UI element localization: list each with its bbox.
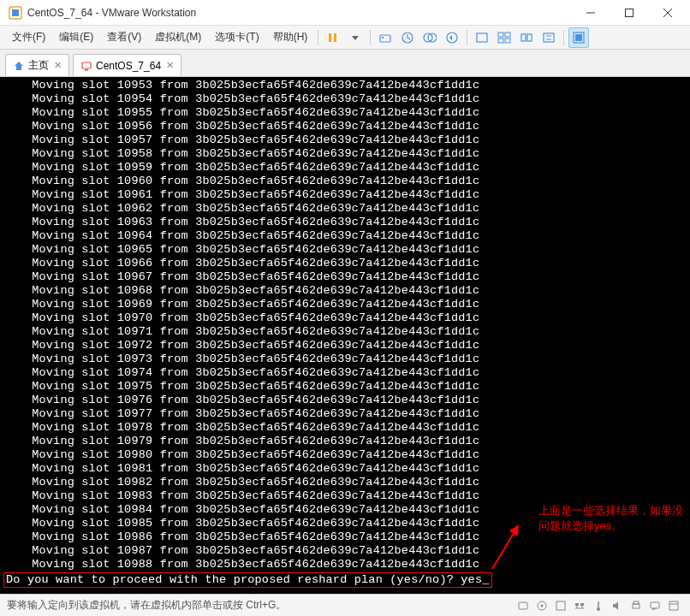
message-icon[interactable] bbox=[647, 598, 663, 613]
svg-rect-24 bbox=[82, 62, 91, 68]
statusbar: 要将输入定向到该虚拟机，请在虚拟机内部单击或按 Ctrl+G。 bbox=[0, 594, 690, 616]
svg-rect-32 bbox=[580, 603, 584, 606]
svg-rect-19 bbox=[521, 34, 526, 41]
svg-rect-17 bbox=[498, 38, 503, 43]
expand-icon[interactable] bbox=[666, 598, 681, 613]
separator bbox=[467, 30, 467, 45]
snapshot-button[interactable] bbox=[397, 27, 418, 48]
tabbar: 主页 ✕ CentOS_7_64 ✕ bbox=[0, 50, 690, 77]
svg-rect-38 bbox=[633, 604, 639, 608]
svg-rect-30 bbox=[556, 601, 565, 610]
tab-close-icon[interactable]: ✕ bbox=[54, 60, 62, 71]
usb-icon[interactable] bbox=[591, 598, 606, 613]
menu-tabs[interactable]: 选项卡(T) bbox=[208, 27, 265, 48]
play-dropdown[interactable] bbox=[345, 27, 366, 48]
menu-help[interactable]: 帮助(H) bbox=[266, 27, 315, 48]
floppy-icon[interactable] bbox=[553, 598, 568, 613]
svg-rect-18 bbox=[505, 38, 510, 43]
pause-button[interactable] bbox=[323, 27, 343, 48]
thumbnail-button[interactable] bbox=[516, 27, 537, 48]
svg-line-26 bbox=[492, 526, 518, 569]
annotation-line1: 上面是一些选择结果，如果没 bbox=[538, 503, 683, 518]
tab-close-icon[interactable]: ✕ bbox=[166, 60, 174, 71]
svg-rect-14 bbox=[477, 33, 487, 42]
separator bbox=[563, 30, 564, 45]
svg-rect-3 bbox=[625, 9, 633, 16]
svg-rect-8 bbox=[380, 35, 390, 42]
svg-rect-15 bbox=[498, 33, 503, 37]
cd-icon[interactable] bbox=[534, 598, 550, 613]
terminal-prompt: Do you want to proceed with the proposed… bbox=[3, 572, 687, 588]
svg-rect-25 bbox=[85, 69, 88, 71]
annotation-line2: 问题就选择yes, bbox=[538, 518, 683, 534]
tab-home[interactable]: 主页 ✕ bbox=[5, 54, 69, 76]
printer-icon[interactable] bbox=[628, 598, 644, 613]
close-button[interactable] bbox=[648, 0, 687, 26]
svg-rect-21 bbox=[544, 33, 554, 42]
revert-button[interactable] bbox=[442, 27, 462, 48]
console-view-button[interactable] bbox=[568, 27, 589, 48]
window-controls bbox=[571, 0, 687, 26]
svg-rect-41 bbox=[669, 601, 678, 610]
titlebar: CentOS_7_64 - VMware Workstation bbox=[0, 0, 690, 26]
annotation: 上面是一些选择结果，如果没 问题就选择yes, bbox=[538, 503, 683, 534]
disk-icon[interactable] bbox=[515, 598, 531, 613]
status-hint: 要将输入定向到该虚拟机，请在虚拟机内部单击或按 Ctrl+G。 bbox=[7, 598, 286, 613]
tab-vm[interactable]: CentOS_7_64 ✕ bbox=[73, 54, 181, 76]
separator bbox=[370, 30, 371, 45]
menu-file[interactable]: 文件(F) bbox=[5, 27, 52, 48]
window-title: CentOS_7_64 - VMware Workstation bbox=[27, 7, 571, 19]
svg-rect-23 bbox=[575, 34, 582, 41]
svg-rect-20 bbox=[527, 34, 532, 41]
svg-point-29 bbox=[541, 604, 544, 607]
stretch-button[interactable] bbox=[538, 27, 559, 48]
arrow-icon bbox=[488, 522, 522, 573]
menu-edit[interactable]: 编辑(E) bbox=[52, 27, 100, 48]
home-icon bbox=[13, 60, 25, 72]
svg-rect-39 bbox=[633, 601, 639, 604]
svg-rect-9 bbox=[382, 37, 384, 38]
svg-rect-6 bbox=[329, 33, 331, 42]
vm-icon bbox=[80, 60, 92, 72]
menu-view[interactable]: 查看(V) bbox=[100, 27, 148, 48]
network-icon[interactable] bbox=[572, 598, 587, 613]
minimize-button[interactable] bbox=[571, 0, 610, 26]
menubar: 文件(F) 编辑(E) 查看(V) 虚拟机(M) 选项卡(T) 帮助(H) bbox=[0, 26, 690, 50]
fullscreen-button[interactable] bbox=[472, 27, 492, 48]
maximize-button[interactable] bbox=[610, 0, 648, 26]
tab-vm-label: CentOS_7_64 bbox=[96, 60, 161, 72]
separator bbox=[318, 30, 318, 45]
svg-rect-16 bbox=[505, 33, 510, 37]
sound-icon[interactable] bbox=[610, 598, 625, 613]
snapshot-manager-button[interactable] bbox=[419, 27, 440, 48]
svg-rect-1 bbox=[12, 9, 19, 16]
tab-home-label: 主页 bbox=[28, 58, 49, 73]
vmware-icon bbox=[9, 6, 22, 20]
menu-vm[interactable]: 虚拟机(M) bbox=[148, 27, 208, 48]
svg-rect-31 bbox=[575, 603, 579, 606]
svg-rect-40 bbox=[651, 602, 659, 608]
unity-button[interactable] bbox=[494, 27, 515, 48]
send-ctrl-alt-del-button[interactable] bbox=[375, 27, 396, 48]
svg-rect-7 bbox=[334, 33, 336, 42]
svg-rect-27 bbox=[519, 602, 527, 609]
